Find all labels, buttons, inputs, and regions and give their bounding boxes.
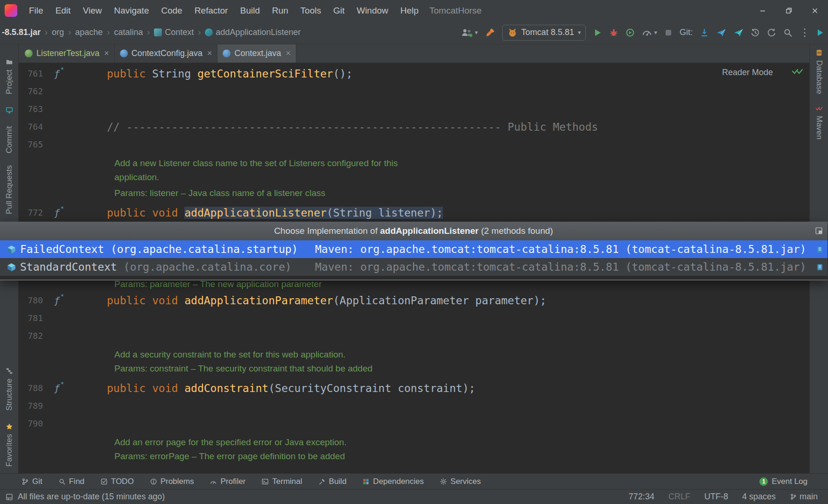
toolwindow-terminal[interactable]: Terminal [261,477,302,486]
code-token [146,207,152,219]
chevron-down-icon: ▾ [475,29,478,36]
implementation-option-standardcontext[interactable]: StandardContext (org.apache.catalina.cor… [0,258,828,276]
toolwindow-todo[interactable]: TODO [100,477,134,486]
code-text [68,327,107,345]
close-button[interactable] [802,0,828,21]
run-with-coverage-button[interactable] [625,28,635,37]
toolwindow-profiler[interactable]: Profiler [210,477,246,486]
menu-item-run[interactable]: Run [266,6,295,16]
status-message[interactable]: All files are up-to-date (15 minutes ago… [18,492,165,502]
debug-button[interactable] [609,28,618,37]
menu-item-git[interactable]: Git [327,6,351,16]
edge-play-icon[interactable] [817,28,823,37]
search-everywhere-icon[interactable] [783,28,793,37]
line-number[interactable]: 762 [19,83,46,100]
breadcrumb-catalina[interactable]: catalina [114,28,143,37]
menu-item-edit[interactable]: Edit [49,6,77,16]
file-encoding-widget[interactable]: UTF-8 [704,492,728,502]
tool-stripe-preview-tool[interactable] [6,106,13,114]
code-text [68,136,107,154]
close-tab-icon[interactable]: × [103,49,109,58]
profiler-button[interactable]: ▾ [642,28,657,37]
menu-item-code[interactable]: Code [155,6,188,16]
run-configuration-selector[interactable]: Tomcat 8.5.81 ▾ [502,25,586,41]
close-tab-icon[interactable]: × [285,49,291,58]
menu-item-tools[interactable]: Tools [295,6,327,16]
line-number[interactable]: 788 [19,379,46,397]
sync-push-button[interactable] [733,28,744,37]
menu-item-build[interactable]: Build [234,6,266,16]
menu-item-view[interactable]: View [77,6,108,16]
class-name: FailedContext [20,243,111,255]
tool-window-toggle-icon[interactable] [6,493,13,501]
menu-item-navigate[interactable]: Navigate [108,6,155,16]
breadcrumb-apache[interactable]: apache [75,28,103,37]
implementation-marker-icon[interactable]: ƒ* [54,384,60,393]
implementation-marker-icon[interactable]: ƒ* [54,69,60,78]
editor[interactable]: 761ƒ*public String getContainerSciFilter… [19,63,809,473]
line-number[interactable]: 790 [19,415,46,433]
line-number[interactable]: 765 [19,136,46,154]
push-button[interactable] [716,28,726,37]
rocket-icon[interactable] [485,28,495,38]
menu-item-file[interactable]: File [23,6,49,16]
menu-item-window[interactable]: Window [351,6,394,16]
tool-stripe-project[interactable]: Project [5,58,14,94]
tool-stripe-commit[interactable]: Commit [5,126,14,154]
breadcrumb-8-5-81-jar[interactable]: -8.5.81.jar [2,28,41,37]
code-text: public void addApplicationParameter(Appl… [68,292,547,309]
tool-stripe-structure[interactable]: Structure [5,367,14,411]
tab-contextconfig-java[interactable]: ContextConfig.java× [115,44,218,63]
indent-widget[interactable]: 4 spaces [742,492,776,502]
run-button[interactable] [593,28,602,37]
reader-mode-label[interactable]: Reader Mode [722,68,773,77]
toolwindow-find[interactable]: Find [58,477,84,486]
minimize-button[interactable] [750,0,776,21]
menu-item-help[interactable]: Help [394,6,425,16]
line-number[interactable]: 763 [19,100,46,118]
implementation-marker-icon[interactable]: ƒ* [54,208,60,217]
close-tab-icon[interactable]: × [206,49,212,58]
toolwindow-dependencies[interactable]: Dependencies [362,477,424,486]
caret-position[interactable]: 772:34 [629,492,654,502]
more-options-icon[interactable]: ⋮ [800,28,810,38]
toolwindow-git[interactable]: Git [21,477,42,486]
main-area: ProjectCommitPull Requests StructureFavo… [0,44,828,473]
line-number[interactable]: 772 [19,204,46,222]
todo-icon [100,478,108,485]
restore-icon[interactable] [767,28,776,37]
tool-stripe-favorites[interactable]: Favorites [5,423,14,467]
git-branch-widget[interactable]: main [790,492,818,502]
tool-stripe-database[interactable]: Database [814,49,824,94]
line-number[interactable]: 761 [19,65,46,83]
restore-button[interactable] [776,0,802,21]
line-number[interactable]: 764 [19,118,46,136]
breadcrumb-context[interactable]: Context [154,28,194,37]
line-number[interactable]: 780 [19,292,46,309]
tool-stripe-pull-requests[interactable]: Pull Requests [5,165,14,214]
open-in-window-icon[interactable] [815,227,823,235]
breadcrumb-addapplicationlistener[interactable]: addApplicationListener [205,28,301,37]
tab-context-java[interactable]: Context.java× [218,44,296,63]
line-number[interactable]: 781 [19,309,46,327]
stripe-label: Maven [814,116,824,140]
toolwindow-services[interactable]: Services [440,477,481,486]
tool-stripe-maven[interactable]: Maven [814,105,824,140]
breadcrumb-org[interactable]: org [52,28,64,37]
update-project-button[interactable] [700,28,709,37]
tab-listenertest-java[interactable]: ListenerTest.java× [20,44,115,63]
implementation-option-failedcontext[interactable]: FailedContext (org.ap​ache.catalina.star… [0,240,828,258]
inspections-ok-icon[interactable] [792,67,804,77]
code-with-me-button[interactable]: ▾ [461,28,478,37]
line-number[interactable]: 789 [19,397,46,415]
event-log-button[interactable]: 1 Event Log [759,477,807,486]
menu-item-refactor[interactable]: Refactor [189,6,234,16]
toolwindow-problems[interactable]: Problems [150,477,194,486]
line-number[interactable]: 782 [19,327,46,345]
implementation-location: Maven: org.apache.tomcat:tomcat-catalina… [315,261,806,273]
implementation-marker-icon[interactable]: ƒ* [54,296,60,305]
stop-button[interactable] [664,28,673,37]
line-separator-widget[interactable]: CRLF [668,492,690,502]
local-history-icon[interactable] [751,28,760,37]
toolwindow-build[interactable]: Build [318,477,347,486]
